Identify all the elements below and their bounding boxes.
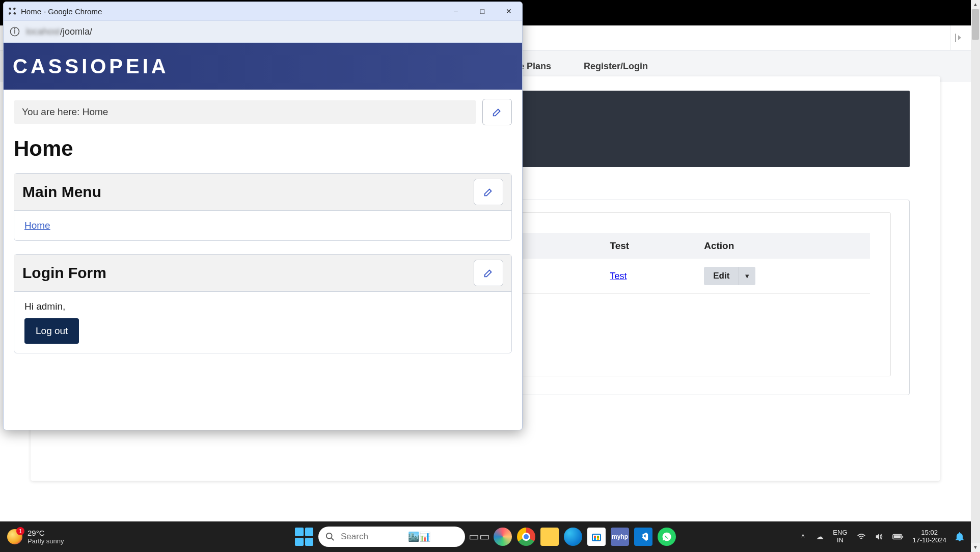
svg-rect-14: [594, 538, 596, 540]
test-link[interactable]: Test: [610, 271, 627, 281]
tray-overflow-icon[interactable]: ＾: [799, 532, 807, 542]
address-bar[interactable]: locahost/joomla/: [4, 20, 522, 43]
language-indicator[interactable]: ENG IN: [833, 529, 847, 544]
window-title: Home - Google Chrome: [21, 7, 102, 16]
page-body: You are here: Home Home Main Menu: [4, 90, 522, 376]
task-view-icon: ▭▭: [469, 530, 490, 543]
main-menu-module: Main Menu Home: [14, 173, 512, 241]
weather-badge: 1: [16, 527, 24, 535]
svg-rect-11: [592, 534, 601, 541]
edit-icon: [483, 186, 494, 198]
edge-app-icon[interactable]: [564, 528, 582, 546]
windows-taskbar: 1 29°C Partly sunny 🏙️📊 ▭▭: [0, 521, 971, 552]
table-header-test: Test: [601, 233, 695, 259]
taskbar-center: 🏙️📊 ▭▭ myhp: [295, 527, 676, 547]
notifications-icon[interactable]: [956, 532, 964, 541]
table-header-action: Action: [695, 233, 870, 259]
secondary-nav-register-login[interactable]: Register/Login: [584, 61, 648, 72]
edit-module-button[interactable]: [474, 260, 503, 286]
svg-line-10: [332, 538, 334, 541]
tray-time: 15:02: [921, 529, 938, 537]
svg-rect-18: [902, 536, 903, 538]
menu-item-home[interactable]: Home: [24, 220, 50, 231]
breadcrumb-row: You are here: Home: [14, 99, 512, 125]
scrollbar-up-arrow-icon[interactable]: ▲: [971, 0, 980, 9]
module-body: Hi admin, Log out: [14, 292, 511, 353]
scrollbar-thumb[interactable]: [972, 9, 979, 40]
svg-rect-13: [597, 536, 599, 538]
url-path: /joomla/: [60, 26, 92, 37]
weather-icon: 1: [7, 529, 22, 544]
scrollbar-down-arrow-icon[interactable]: ▼: [971, 543, 980, 552]
edit-button[interactable]: Edit: [704, 267, 739, 285]
weather-text: 29°C Partly sunny: [28, 529, 64, 545]
myphp-app-icon[interactable]: myhp: [611, 528, 629, 546]
system-tray: ＾ ☁ ENG IN 15:02 17-10-2024: [799, 529, 971, 544]
taskbar-search-input[interactable]: [340, 531, 403, 542]
vscode-app-icon[interactable]: [634, 528, 652, 546]
login-form-module: Login Form Hi admin, Log out: [14, 254, 512, 353]
svg-rect-5: [955, 34, 956, 42]
breadcrumb-prefix: You are here:: [22, 106, 83, 117]
screen: ▲ ▼ le Reports ? Help: [0, 0, 980, 552]
language-top: ENG: [833, 529, 847, 537]
edit-module-button[interactable]: [474, 179, 503, 205]
svg-rect-12: [594, 536, 596, 538]
search-icon: [325, 532, 335, 541]
breadcrumb-current: Home: [83, 106, 108, 117]
file-explorer-icon[interactable]: [540, 528, 559, 546]
svg-point-8: [14, 28, 15, 29]
site-logo-text[interactable]: CASSIOPEIA: [13, 55, 169, 78]
edit-dropdown-toggle[interactable]: ▾: [739, 267, 755, 285]
task-view-button[interactable]: ▭▭: [470, 528, 488, 546]
module-title: Login Form: [22, 264, 106, 282]
chrome-window: Home - Google Chrome – □ ✕ locahost/joom…: [3, 2, 523, 430]
login-greeting: Hi admin,: [24, 301, 501, 312]
tray-date: 17-10-2024: [913, 537, 947, 544]
site-info-icon[interactable]: [10, 26, 20, 37]
onedrive-icon[interactable]: ☁: [816, 532, 824, 541]
close-button[interactable]: ✕: [496, 2, 522, 20]
edit-icon: [483, 267, 494, 279]
maximize-button[interactable]: □: [469, 2, 496, 20]
page-title: Home: [14, 136, 512, 161]
chrome-app-icon[interactable]: [517, 528, 535, 546]
collapse-icon: [955, 34, 966, 42]
ms-store-icon[interactable]: [587, 528, 606, 546]
close-icon: ✕: [506, 7, 512, 15]
minimize-icon: –: [454, 7, 458, 15]
taskbar-search[interactable]: 🏙️📊: [318, 527, 465, 547]
weather-temp: 29°C: [28, 529, 64, 537]
start-button[interactable]: [295, 528, 313, 546]
volume-icon[interactable]: [875, 533, 883, 540]
edit-split-button: Edit ▾: [704, 267, 755, 285]
page-scrollbar[interactable]: ▲ ▼: [971, 0, 980, 552]
module-header: Login Form: [14, 255, 511, 292]
taskbar-weather-widget[interactable]: 1 29°C Partly sunny: [0, 529, 64, 545]
module-title: Main Menu: [22, 183, 101, 201]
minimize-button[interactable]: –: [443, 2, 469, 20]
edit-module-button[interactable]: [482, 99, 512, 125]
language-bottom: IN: [837, 537, 843, 544]
svg-rect-15: [597, 538, 599, 540]
chrome-titlebar[interactable]: Home - Google Chrome – □ ✕: [4, 2, 522, 20]
svg-point-9: [326, 533, 332, 539]
edit-icon: [492, 106, 503, 118]
battery-icon[interactable]: [892, 534, 904, 540]
collapse-panel-button[interactable]: [950, 25, 971, 50]
module-header: Main Menu: [14, 174, 511, 211]
wifi-icon[interactable]: [857, 533, 866, 540]
search-decoration-icon: 🏙️📊: [408, 531, 430, 542]
whatsapp-app-icon[interactable]: [658, 528, 676, 546]
joomla-favicon-icon: [8, 7, 17, 16]
logout-button[interactable]: Log out: [24, 318, 79, 344]
clock[interactable]: 15:02 17-10-2024: [913, 529, 947, 544]
site-header: CASSIOPEIA: [4, 43, 522, 90]
url-host: locahost: [26, 26, 60, 37]
maximize-icon: □: [480, 7, 484, 15]
breadcrumb: You are here: Home: [14, 100, 476, 124]
copilot-button[interactable]: [494, 528, 512, 546]
svg-rect-17: [893, 535, 901, 538]
chevron-down-icon: ▾: [745, 271, 749, 280]
module-body: Home: [14, 211, 511, 240]
